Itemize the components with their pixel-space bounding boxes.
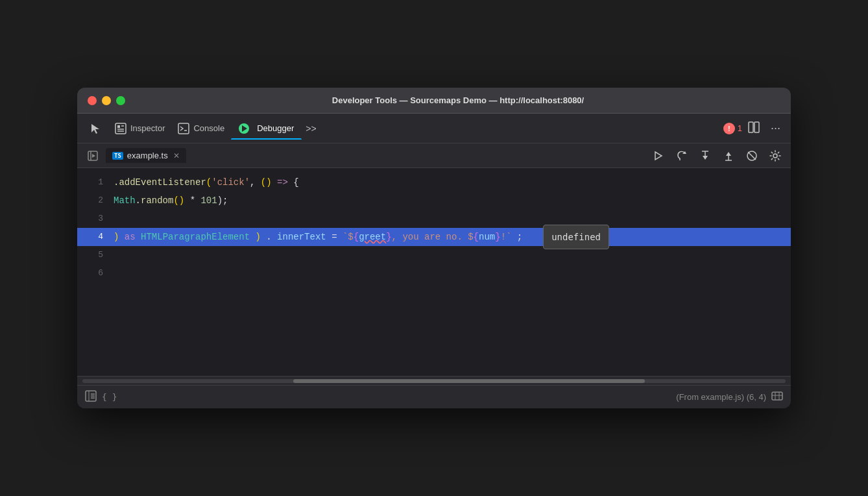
sources-toggle-icon (85, 390, 97, 402)
svg-rect-1 (117, 125, 120, 128)
code-line-2: 2 Math.random() * 101); (77, 192, 791, 210)
step-over-button[interactable] (671, 145, 692, 166)
layout-button[interactable] (742, 118, 766, 139)
status-bar: { } (From example.js) (6, 4) (77, 385, 791, 408)
code-token: num (479, 232, 495, 242)
debugger-tab[interactable]: Debugger (231, 118, 302, 139)
code-token: } (495, 232, 500, 242)
gear-icon (769, 150, 781, 162)
close-button[interactable] (88, 96, 97, 105)
inspector-label: Inspector (130, 123, 165, 133)
code-content-6 (114, 264, 119, 282)
ts-badge: TS (112, 152, 123, 160)
close-tab-button[interactable]: ✕ (173, 151, 180, 160)
scrollbar-thumb[interactable] (293, 379, 645, 383)
svg-rect-0 (115, 123, 126, 134)
code-token: } (386, 232, 391, 242)
debugger-label: Debugger (257, 123, 294, 133)
debugger-settings-button[interactable] (765, 145, 786, 166)
inspector-tab[interactable]: Inspector (108, 118, 171, 140)
minimize-button[interactable] (102, 96, 111, 105)
console-tab[interactable]: Console (171, 118, 231, 140)
settings-button[interactable]: ··· (766, 119, 786, 138)
toggle-sources-button[interactable] (85, 390, 97, 404)
maximize-button[interactable] (116, 96, 125, 105)
code-token: !` (501, 232, 512, 242)
inspector-icon (115, 123, 127, 134)
code-content-4: ) as HTMLParagraphElement ) . innerText … (114, 228, 522, 246)
code-token: random (141, 195, 173, 206)
line-number-6: 6 (88, 264, 103, 282)
window-title: Developer Tools — Sourcemaps Demo — http… (136, 95, 780, 105)
code-token: ); (217, 195, 228, 206)
code-token: . (266, 232, 271, 242)
svg-rect-7 (749, 122, 753, 132)
tooltip-value: undefined (551, 232, 601, 242)
code-token: { (474, 232, 479, 242)
pretty-print-button[interactable]: { } (102, 392, 117, 402)
editor-content: TS example.ts ✕ (77, 143, 791, 408)
code-token: => (272, 177, 294, 188)
error-icon: ! (723, 123, 735, 134)
code-token: * (184, 195, 200, 206)
source-map-icon[interactable] (771, 390, 783, 404)
step-in-button[interactable] (695, 145, 716, 166)
code-token: ; (517, 232, 522, 242)
svg-marker-12 (655, 152, 662, 160)
code-token: 101 (200, 195, 217, 206)
code-token: 'click' (211, 177, 250, 188)
code-token: as (125, 232, 136, 242)
code-token: HTMLParagraphElement (141, 232, 250, 242)
devtools-window: Developer Tools — Sourcemaps Demo — http… (77, 88, 791, 408)
debugger-icon (239, 123, 249, 134)
file-tabs-bar: TS example.ts ✕ (77, 143, 791, 168)
error-count: 1 (738, 123, 742, 133)
disable-breakpoints-button[interactable] (741, 145, 762, 166)
svg-rect-8 (754, 122, 759, 132)
picker-button[interactable] (82, 117, 108, 140)
disable-breakpoints-icon (746, 150, 758, 162)
code-content-5 (114, 246, 119, 264)
code-token: greet (359, 232, 386, 242)
code-token: { (354, 232, 359, 242)
step-over-icon (676, 150, 688, 162)
sources-toggle[interactable] (82, 148, 103, 164)
more-tabs-button[interactable]: >> (302, 121, 320, 136)
sources-panel-icon (88, 151, 98, 161)
traffic-lights (88, 96, 125, 105)
code-token: () (261, 177, 272, 188)
layout-icon (747, 121, 760, 134)
line-number-3: 3 (88, 210, 103, 228)
code-editor: 1 .addEventListener('click', () => { 2 M… (77, 168, 791, 376)
code-token: ) (114, 232, 119, 242)
code-line-1: 1 .addEventListener('click', () => { (77, 173, 791, 192)
step-in-icon (699, 150, 711, 162)
code-token: innerText (277, 232, 326, 242)
code-content-1: .addEventListener('click', () => { (114, 173, 299, 192)
code-line-5: 5 (77, 246, 791, 264)
code-line-6: 6 (77, 264, 791, 282)
hover-tooltip: undefined (543, 225, 609, 249)
resume-icon (653, 150, 664, 162)
resume-button[interactable] (648, 145, 669, 166)
line-number-1: 1 (88, 173, 103, 192)
svg-marker-11 (92, 154, 95, 158)
file-tab-name: example.ts (127, 151, 168, 160)
step-out-button[interactable] (718, 145, 739, 166)
code-line-3: 3 (77, 210, 791, 228)
map-icon (771, 390, 783, 402)
code-token: = (332, 232, 343, 242)
svg-marker-19 (726, 152, 731, 156)
code-token: , you are no. $ (392, 232, 474, 242)
horizontal-scrollbar[interactable] (77, 376, 791, 385)
code-content-3 (114, 210, 119, 228)
code-token: , (250, 177, 261, 188)
file-tab-example-ts[interactable]: TS example.ts ✕ (106, 148, 186, 163)
svg-rect-29 (772, 392, 782, 400)
error-badge[interactable]: ! 1 (723, 123, 742, 134)
scrollbar-track[interactable] (82, 379, 786, 383)
code-token: . (136, 195, 141, 206)
svg-marker-16 (703, 156, 708, 160)
console-icon (178, 123, 189, 134)
line-number-5: 5 (88, 246, 103, 264)
